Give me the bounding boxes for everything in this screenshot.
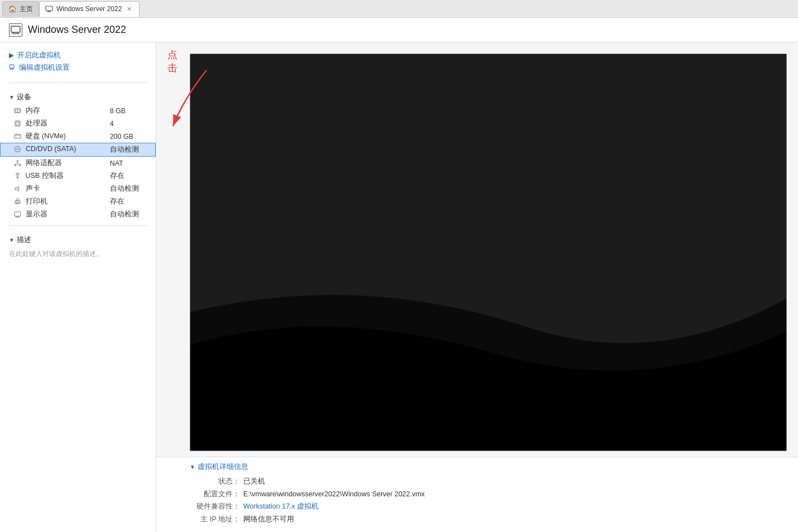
sidebar: ▶ 开启此虚拟机 编辑虚拟机设置 ▼ 设备 <box>0 42 156 532</box>
annotation-text: 点击 <box>167 48 177 75</box>
vm-detail-status-label: 状态： <box>190 475 240 488</box>
svg-point-20 <box>17 148 18 150</box>
device-row-sound[interactable]: 声卡 自动检测 <box>1 182 156 195</box>
tab-home[interactable]: 🏠 主页 <box>2 1 39 17</box>
display-label: 显示器 <box>26 210 47 219</box>
svg-point-23 <box>19 165 21 166</box>
desc-placeholder: 在此处键入对该虚拟机的描述。 <box>9 250 103 258</box>
desc-arrow-icon: ▼ <box>9 237 15 243</box>
network-value: NAT <box>107 157 156 170</box>
svg-rect-17 <box>15 134 21 138</box>
tab-bar: 🏠 主页 Windows Server 2022 ✕ <box>0 0 798 18</box>
tab-vm[interactable]: Windows Server 2022 ✕ <box>39 1 140 17</box>
sound-value: 自动检测 <box>107 182 156 195</box>
svg-rect-16 <box>16 122 19 125</box>
printer-label: 打印机 <box>26 197 47 206</box>
cpu-label: 处理器 <box>26 119 47 128</box>
network-icon <box>14 159 23 167</box>
vm-detail-config-label: 配置文件： <box>190 488 240 501</box>
start-vm-button[interactable]: ▶ 开启此虚拟机 <box>9 50 147 60</box>
devices-arrow-icon: ▼ <box>9 94 15 100</box>
cddvd-value: 自动检测 <box>107 143 156 157</box>
vm-detail-config-row: 配置文件： E:\vmware\windowsserver2022\Window… <box>190 488 787 501</box>
edit-vm-button[interactable]: 编辑虚拟机设置 <box>9 62 147 72</box>
device-row-usb[interactable]: USB 控制器 存在 <box>1 170 156 182</box>
page-header: Windows Server 2022 <box>0 18 798 42</box>
usb-label: USB 控制器 <box>26 171 64 181</box>
sound-icon <box>14 185 23 192</box>
memory-value: 8 GB <box>107 104 156 117</box>
disk-label: 硬盘 (NVMe) <box>26 132 66 141</box>
device-row-disk[interactable]: 硬盘 (NVMe) 200 GB <box>1 130 156 143</box>
divider-1 <box>9 83 147 83</box>
display-value: 自动检测 <box>107 208 156 221</box>
sidebar-actions: ▶ 开启此虚拟机 编辑虚拟机设置 <box>0 48 156 78</box>
svg-rect-1 <box>47 11 51 12</box>
svg-rect-15 <box>15 121 20 126</box>
vm-detail-hw-label: 硬件兼容性： <box>190 500 240 513</box>
svg-rect-2 <box>47 12 51 12</box>
printer-value: 存在 <box>107 195 156 208</box>
vm-details-label: 虚拟机详细信息 <box>198 462 248 472</box>
device-row-network[interactable]: 网络适配器 NAT <box>1 157 156 170</box>
vm-screen-background <box>190 54 786 451</box>
usb-value: 存在 <box>107 170 156 182</box>
cddvd-icon <box>14 146 23 153</box>
vm-header-icon <box>9 23 22 37</box>
vm-detail-status-value: 已关机 <box>243 475 265 488</box>
vm-detail-ip-value: 网络信息不可用 <box>243 513 294 526</box>
device-row-cpu[interactable]: 处理器 4 <box>1 117 156 130</box>
sound-label: 声卡 <box>26 184 40 194</box>
device-row-memory[interactable]: 内存 8 GB <box>1 104 156 117</box>
home-icon: 🏠 <box>8 5 16 13</box>
printer-icon <box>14 198 23 205</box>
main-layout: ▶ 开启此虚拟机 编辑虚拟机设置 ▼ 设备 <box>0 42 798 532</box>
vm-detail-hw-value: Workstation 17.x 虚拟机 <box>243 500 319 513</box>
vm-icon <box>45 5 53 13</box>
cpu-icon <box>14 120 23 127</box>
vm-detail-ip-label: 主 IP 地址： <box>190 513 240 526</box>
vm-detail-status-row: 状态： 已关机 <box>190 475 787 488</box>
divider-2 <box>9 225 147 226</box>
device-table: 内存 8 GB 处理器 4 <box>0 104 156 221</box>
memory-label: 内存 <box>26 106 40 115</box>
memory-icon <box>14 107 23 114</box>
desc-label: 描述 <box>17 235 31 245</box>
vm-detail-hw-row: 硬件兼容性： Workstation 17.x 虚拟机 <box>190 500 787 513</box>
cddvd-label: CD/DVD (SATA) <box>26 145 76 153</box>
device-row-cddvd[interactable]: CD/DVD (SATA) 自动检测 <box>1 143 156 157</box>
vm-screen[interactable] <box>190 54 787 451</box>
svg-rect-27 <box>16 173 19 175</box>
page-title: Windows Server 2022 <box>28 24 126 36</box>
device-row-printer[interactable]: 打印机 存在 <box>1 195 156 208</box>
hw-compat-link[interactable]: Workstation 17.x 虚拟机 <box>243 502 319 510</box>
svg-rect-33 <box>16 199 19 201</box>
edit-icon <box>9 64 16 72</box>
svg-point-22 <box>14 165 16 166</box>
disk-value: 200 GB <box>107 130 156 143</box>
usb-icon <box>14 172 23 180</box>
device-row-display[interactable]: 显示器 自动检测 <box>1 208 156 221</box>
cpu-value: 4 <box>107 117 156 130</box>
disk-icon <box>14 133 23 140</box>
vm-details: ▼ 虚拟机详细信息 状态： 已关机 配置文件： E:\vmware\window… <box>156 457 798 532</box>
svg-marker-31 <box>15 186 18 191</box>
devices-section-header[interactable]: ▼ 设备 <box>0 88 156 104</box>
play-icon: ▶ <box>9 51 14 59</box>
tab-vm-label: Windows Server 2022 <box>56 5 122 13</box>
tab-vm-close[interactable]: ✕ <box>125 5 133 13</box>
display-icon <box>14 211 23 218</box>
vm-detail-config-value: E:\vmware\windowsserver2022\Windows Serv… <box>243 488 425 501</box>
svg-rect-7 <box>9 65 14 68</box>
desc-section: 在此处键入对该虚拟机的描述。 <box>0 247 156 261</box>
svg-rect-0 <box>46 6 52 11</box>
svg-rect-35 <box>15 212 21 216</box>
vm-details-header[interactable]: ▼ 虚拟机详细信息 <box>190 462 787 472</box>
desc-section-header[interactable]: ▼ 描述 <box>0 230 156 247</box>
svg-line-26 <box>17 164 20 165</box>
tab-home-label: 主页 <box>20 4 33 14</box>
svg-line-25 <box>15 164 18 165</box>
network-label: 网络适配器 <box>26 158 62 168</box>
content-area: 点击 <box>156 42 798 532</box>
vm-details-arrow-icon: ▼ <box>190 464 195 470</box>
